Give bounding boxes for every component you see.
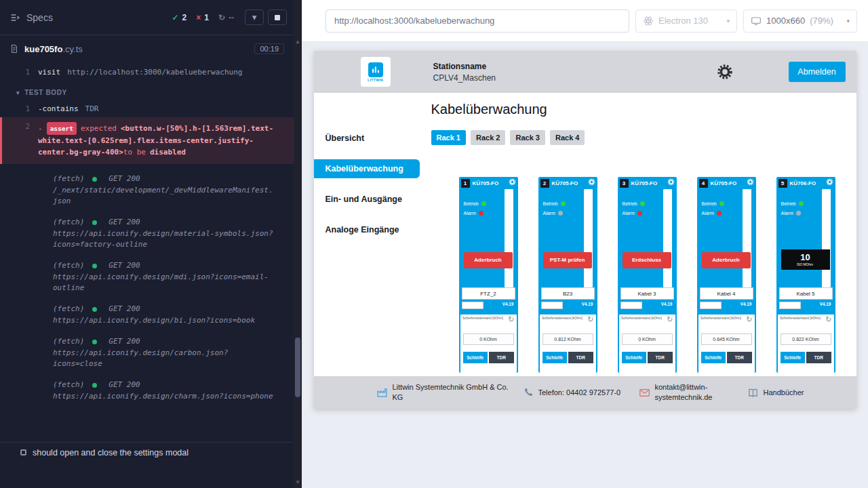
cable-strip xyxy=(505,189,513,287)
viewport-select[interactable]: 1000x660 (79%) ▾ xyxy=(743,9,857,33)
fetch-url: https://api.iconify.design/bi.json?icons… xyxy=(53,315,273,326)
line-number: 1 xyxy=(0,103,30,115)
card-actions: Schleife TDR xyxy=(781,352,831,363)
url-input[interactable] xyxy=(326,9,629,33)
sidebar-item[interactable]: Übersicht xyxy=(314,129,420,148)
cable-strip xyxy=(663,189,672,287)
network-log-entry[interactable]: (fetch) GET 200 https://api.iconify.desi… xyxy=(53,217,294,250)
electron-icon xyxy=(643,16,654,26)
rack-tab[interactable]: Rack 1 xyxy=(431,130,466,145)
command-visit[interactable]: 1 visit http://localhost:3000/kabelueber… xyxy=(0,66,294,78)
specs-menu-button[interactable]: Specs xyxy=(9,12,53,23)
reporter-scrollbar[interactable]: ▲ ▼ xyxy=(294,0,302,488)
card-settings-gear-icon[interactable] xyxy=(826,178,833,186)
sidebar-item[interactable]: Kabelüberwachung xyxy=(314,159,420,178)
refresh-icon[interactable]: ↻ xyxy=(825,315,831,324)
schleife-button[interactable]: Schleife xyxy=(781,352,806,363)
spec-name-ext: .cy.ts xyxy=(62,44,82,54)
reporter-controls: ▾ xyxy=(245,9,287,25)
browser-select[interactable]: Electron 130 ▾ xyxy=(635,9,737,33)
skipped-circle-icon: ↻ xyxy=(218,13,225,22)
tdr-button[interactable]: TDR xyxy=(727,352,752,363)
network-log-entry[interactable]: (fetch) GET 200 https://api.iconify.desi… xyxy=(53,304,294,326)
browser-toolbar: Electron 130 ▾ 1000x660 (79%) ▾ xyxy=(302,0,868,42)
card-settings-gear-icon[interactable] xyxy=(509,178,516,186)
network-log-entry[interactable]: (fetch) GET 200 https://api.iconify.desi… xyxy=(53,336,294,369)
card-settings-gear-icon[interactable] xyxy=(747,178,754,186)
betrieb-label: Betrieb xyxy=(543,201,558,206)
station-info: Stationsname CPLV4_Maschen xyxy=(433,62,496,83)
cable-name: Kabel 3 xyxy=(620,287,674,300)
refresh-icon[interactable]: ↻ xyxy=(508,315,514,324)
spec-filename[interactable]: kue705fo.cy.ts xyxy=(24,44,83,54)
fetch-status: GET 200 xyxy=(108,217,140,228)
betrieb-indicator: Betrieb xyxy=(543,201,566,206)
settings-gear-icon[interactable] xyxy=(717,64,733,80)
sidebar-item-label: Übersicht xyxy=(326,134,365,143)
schleife-button[interactable]: Schleife xyxy=(542,352,568,363)
fetch-tag: (fetch) xyxy=(53,217,84,228)
card-settings-gear-icon[interactable] xyxy=(588,178,595,186)
fetch-url: https://api.iconify.design/mdi.json?icon… xyxy=(53,272,273,293)
specs-label: Specs xyxy=(26,12,53,23)
refresh-icon[interactable]: ↻ xyxy=(667,315,673,324)
tdr-button[interactable]: TDR xyxy=(806,352,831,363)
tdr-button[interactable]: TDR xyxy=(568,352,593,363)
logout-button[interactable]: Abmelden xyxy=(789,62,846,82)
cable-name: B23 xyxy=(541,287,595,300)
scroll-up-icon[interactable]: ▲ xyxy=(294,38,302,46)
command-arg: http://localhost:3000/kabelueberwachung xyxy=(67,66,242,78)
app-body: Übersicht Kabelüberwachung Ein- und Ausg… xyxy=(314,93,856,376)
stop-icon xyxy=(275,15,280,20)
tdr-button[interactable]: TDR xyxy=(648,352,673,363)
scroll-down-icon[interactable]: ▼ xyxy=(294,479,302,487)
betrieb-led xyxy=(640,201,645,206)
test-box-icon xyxy=(20,449,26,455)
refresh-icon[interactable]: ↻ xyxy=(746,315,752,324)
littwin-logo-icon xyxy=(368,62,383,77)
device-card: 2 KÜ705-FO Betrieb Alarm PST-M prüfen B2… xyxy=(538,177,597,373)
sidebar-item[interactable]: Analoge Eingänge xyxy=(314,220,420,239)
network-log-entry[interactable]: (fetch) GET 200 https://api.iconify.desi… xyxy=(53,380,294,402)
tdr-button[interactable]: TDR xyxy=(489,352,514,363)
sidebar-item[interactable]: Ein- und Ausgänge xyxy=(314,190,420,209)
alarm-indicator: Alarm xyxy=(781,211,801,216)
betrieb-indicator: Betrieb xyxy=(464,201,486,206)
command-assert-failed[interactable]: 2 -assertexpected<button.w-[50%].h-[1.56… xyxy=(0,117,294,164)
device-card: 5 KÜ706-FO Betrieb Alarm 10 ISO MOhm Kab… xyxy=(776,177,835,373)
manuals-link[interactable]: Handbücher xyxy=(747,387,804,399)
firmware-version: V4.19 xyxy=(661,302,672,306)
collapse-all-button[interactable]: ▾ xyxy=(245,9,264,25)
rack-tab[interactable]: Rack 2 xyxy=(471,130,505,145)
network-log-entry[interactable]: (fetch) GET 200 /_next/static/developmen… xyxy=(53,174,294,207)
measurement-value: 0 KOhm xyxy=(622,333,673,345)
fetch-url: https://api.iconify.design/charm.json?ic… xyxy=(53,391,273,402)
next-test-row[interactable]: should open and close the settings modal xyxy=(0,442,294,462)
network-log-entry[interactable]: (fetch) GET 200 https://api.iconify.desi… xyxy=(53,260,294,293)
card-settings-gear-icon[interactable] xyxy=(667,178,675,186)
command-arg: TDR xyxy=(85,103,99,115)
betrieb-led xyxy=(799,201,804,206)
alarm-indicator: Alarm xyxy=(543,211,563,216)
command-contains[interactable]: 1 -contains TDR xyxy=(0,103,294,115)
betrieb-indicator: Betrieb xyxy=(623,201,645,206)
assert-badge: assert xyxy=(47,122,77,135)
refresh-icon[interactable]: ↻ xyxy=(587,315,593,324)
schleife-button[interactable]: Schleife xyxy=(463,352,488,363)
stop-button[interactable] xyxy=(268,9,287,25)
fetch-head: (fetch) GET 200 xyxy=(53,304,294,314)
betrieb-label: Betrieb xyxy=(781,201,796,206)
alarm-indicator: Alarm xyxy=(702,211,722,216)
assert-mid: to be xyxy=(123,148,146,157)
schleife-button[interactable]: Schleife xyxy=(622,352,647,363)
assert-message: -assertexpected<button.w-[50%].h-[1.563r… xyxy=(38,122,277,158)
rack-tab[interactable]: Rack 3 xyxy=(510,130,545,145)
rack-tab[interactable]: Rack 4 xyxy=(550,130,585,145)
schleife-button[interactable]: Schleife xyxy=(701,352,726,363)
card-number-badge: 5 xyxy=(778,179,787,188)
status-dot-icon xyxy=(92,220,97,225)
test-body-section[interactable]: ▾ TEST BODY xyxy=(0,89,294,96)
scrollbar-thumb[interactable] xyxy=(295,338,300,397)
measurement-value: 0.822 KOhm xyxy=(781,333,831,345)
next-test-title: should open and close the settings modal xyxy=(33,448,189,458)
